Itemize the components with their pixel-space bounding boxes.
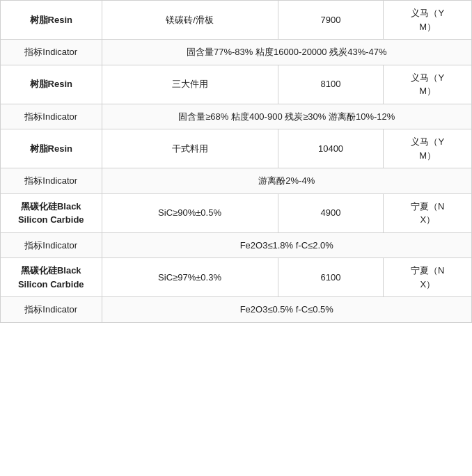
product-label: 黑碳化硅Black Silicon Carbide (1, 258, 102, 297)
indicator-value: 游离酚2%-4% (102, 168, 471, 194)
product-usage: SiC≥97%±0.3% (102, 258, 278, 297)
indicator-value: Fe2O3≤0.5% f-C≤0.5% (102, 297, 471, 323)
product-usage: SiC≥90%±0.5% (102, 193, 278, 232)
product-price: 4900 (278, 193, 384, 232)
product-price: 10400 (278, 129, 384, 168)
product-origin: 义马（YM） (384, 1, 472, 40)
indicator-value: 固含量≥68% 粘度400-900 残炭≥30% 游离酚10%-12% (102, 104, 471, 129)
product-origin: 宁夏（NX） (384, 258, 472, 297)
product-origin: 义马（YM） (384, 129, 472, 168)
indicator-label: 指标Indicator (1, 297, 102, 323)
product-usage: 镁碳砖/滑板 (102, 1, 278, 40)
indicator-label: 指标Indicator (1, 40, 102, 65)
indicator-value: 固含量77%-83% 粘度16000-20000 残炭43%-47% (102, 40, 471, 65)
product-label: 树脂Resin (1, 129, 102, 168)
indicator-label: 指标Indicator (1, 232, 102, 258)
product-origin: 义马（YM） (384, 65, 472, 104)
product-usage: 三大件用 (102, 65, 278, 104)
indicator-label: 指标Indicator (1, 168, 102, 194)
product-label: 黑碳化硅Black Silicon Carbide (1, 193, 102, 232)
product-label: 树脂Resin (1, 1, 102, 40)
indicator-value: Fe2O3≤1.8% f-C≤2.0% (102, 232, 471, 258)
product-table: 树脂Resin镁碳砖/滑板7900义马（YM）指标Indicator固含量77%… (0, 0, 472, 323)
product-price: 6100 (278, 258, 384, 297)
product-origin: 宁夏（NX） (384, 193, 472, 232)
product-label: 树脂Resin (1, 65, 102, 104)
product-usage: 干式料用 (102, 129, 278, 168)
indicator-label: 指标Indicator (1, 104, 102, 129)
main-table-wrapper: 树脂Resin镁碳砖/滑板7900义马（YM）指标Indicator固含量77%… (0, 0, 472, 323)
product-price: 8100 (278, 65, 384, 104)
product-price: 7900 (278, 1, 384, 40)
